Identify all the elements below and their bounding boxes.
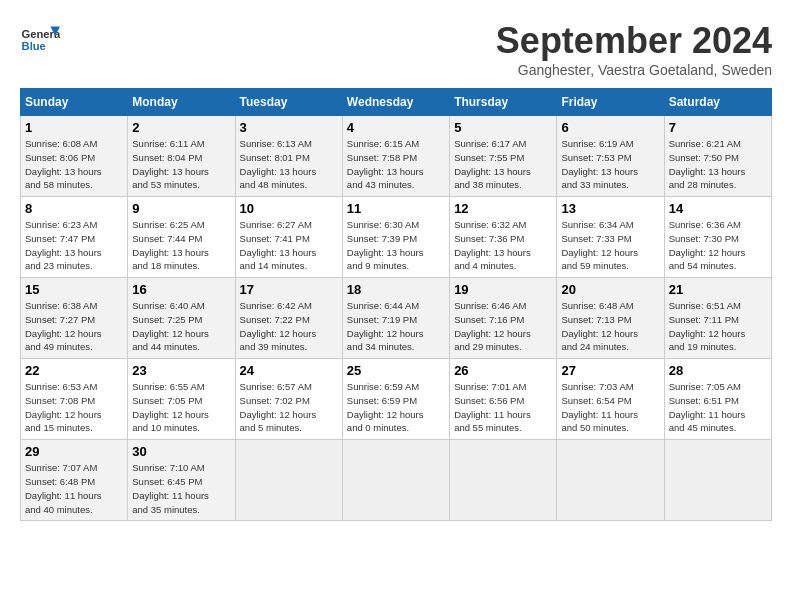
calendar-table: SundayMondayTuesdayWednesdayThursdayFrid… [20,88,772,521]
day-info: Sunrise: 6:42 AMSunset: 7:22 PMDaylight:… [240,299,338,354]
day-info: Sunrise: 6:48 AMSunset: 7:13 PMDaylight:… [561,299,659,354]
weekday-header-saturday: Saturday [664,89,771,116]
calendar-cell: 2Sunrise: 6:11 AMSunset: 8:04 PMDaylight… [128,116,235,197]
day-number: 24 [240,363,338,378]
header: General Blue September 2024 Ganghester, … [20,20,772,78]
day-info: Sunrise: 6:44 AMSunset: 7:19 PMDaylight:… [347,299,445,354]
day-number: 29 [25,444,123,459]
day-number: 23 [132,363,230,378]
weekday-header-friday: Friday [557,89,664,116]
calendar-cell: 15Sunrise: 6:38 AMSunset: 7:27 PMDayligh… [21,278,128,359]
calendar-cell: 27Sunrise: 7:03 AMSunset: 6:54 PMDayligh… [557,359,664,440]
calendar-cell: 22Sunrise: 6:53 AMSunset: 7:08 PMDayligh… [21,359,128,440]
day-number: 28 [669,363,767,378]
logo-icon: General Blue [20,20,60,60]
day-number: 10 [240,201,338,216]
calendar-cell [557,440,664,521]
calendar-subtitle: Ganghester, Vaestra Goetaland, Sweden [496,62,772,78]
day-number: 7 [669,120,767,135]
calendar-title: September 2024 [496,20,772,62]
calendar-week-5: 29Sunrise: 7:07 AMSunset: 6:48 PMDayligh… [21,440,772,521]
calendar-cell [342,440,449,521]
day-info: Sunrise: 6:51 AMSunset: 7:11 PMDaylight:… [669,299,767,354]
svg-text:Blue: Blue [22,40,46,52]
day-number: 27 [561,363,659,378]
calendar-cell: 13Sunrise: 6:34 AMSunset: 7:33 PMDayligh… [557,197,664,278]
day-info: Sunrise: 6:27 AMSunset: 7:41 PMDaylight:… [240,218,338,273]
day-number: 13 [561,201,659,216]
calendar-cell: 10Sunrise: 6:27 AMSunset: 7:41 PMDayligh… [235,197,342,278]
day-info: Sunrise: 7:07 AMSunset: 6:48 PMDaylight:… [25,461,123,516]
calendar-cell: 5Sunrise: 6:17 AMSunset: 7:55 PMDaylight… [450,116,557,197]
day-number: 17 [240,282,338,297]
day-info: Sunrise: 6:46 AMSunset: 7:16 PMDaylight:… [454,299,552,354]
calendar-cell: 16Sunrise: 6:40 AMSunset: 7:25 PMDayligh… [128,278,235,359]
calendar-cell: 30Sunrise: 7:10 AMSunset: 6:45 PMDayligh… [128,440,235,521]
day-info: Sunrise: 6:40 AMSunset: 7:25 PMDaylight:… [132,299,230,354]
day-info: Sunrise: 6:11 AMSunset: 8:04 PMDaylight:… [132,137,230,192]
day-info: Sunrise: 7:10 AMSunset: 6:45 PMDaylight:… [132,461,230,516]
calendar-cell: 4Sunrise: 6:15 AMSunset: 7:58 PMDaylight… [342,116,449,197]
day-number: 1 [25,120,123,135]
day-info: Sunrise: 7:03 AMSunset: 6:54 PMDaylight:… [561,380,659,435]
day-info: Sunrise: 6:23 AMSunset: 7:47 PMDaylight:… [25,218,123,273]
calendar-cell: 19Sunrise: 6:46 AMSunset: 7:16 PMDayligh… [450,278,557,359]
calendar-cell: 7Sunrise: 6:21 AMSunset: 7:50 PMDaylight… [664,116,771,197]
day-number: 18 [347,282,445,297]
calendar-cell [235,440,342,521]
day-info: Sunrise: 6:55 AMSunset: 7:05 PMDaylight:… [132,380,230,435]
weekday-header-monday: Monday [128,89,235,116]
day-info: Sunrise: 7:01 AMSunset: 6:56 PMDaylight:… [454,380,552,435]
day-info: Sunrise: 6:32 AMSunset: 7:36 PMDaylight:… [454,218,552,273]
day-number: 25 [347,363,445,378]
calendar-week-1: 1Sunrise: 6:08 AMSunset: 8:06 PMDaylight… [21,116,772,197]
day-number: 9 [132,201,230,216]
day-info: Sunrise: 6:57 AMSunset: 7:02 PMDaylight:… [240,380,338,435]
day-number: 6 [561,120,659,135]
calendar-cell [664,440,771,521]
calendar-cell: 28Sunrise: 7:05 AMSunset: 6:51 PMDayligh… [664,359,771,440]
day-number: 19 [454,282,552,297]
calendar-cell: 1Sunrise: 6:08 AMSunset: 8:06 PMDaylight… [21,116,128,197]
day-number: 8 [25,201,123,216]
day-number: 3 [240,120,338,135]
day-number: 22 [25,363,123,378]
day-info: Sunrise: 6:17 AMSunset: 7:55 PMDaylight:… [454,137,552,192]
calendar-week-4: 22Sunrise: 6:53 AMSunset: 7:08 PMDayligh… [21,359,772,440]
day-number: 4 [347,120,445,135]
day-number: 26 [454,363,552,378]
day-number: 15 [25,282,123,297]
title-block: September 2024 Ganghester, Vaestra Goeta… [496,20,772,78]
calendar-cell: 20Sunrise: 6:48 AMSunset: 7:13 PMDayligh… [557,278,664,359]
weekday-header-thursday: Thursday [450,89,557,116]
calendar-cell: 21Sunrise: 6:51 AMSunset: 7:11 PMDayligh… [664,278,771,359]
weekday-header-wednesday: Wednesday [342,89,449,116]
day-number: 21 [669,282,767,297]
calendar-cell: 25Sunrise: 6:59 AMSunset: 6:59 PMDayligh… [342,359,449,440]
calendar-cell: 17Sunrise: 6:42 AMSunset: 7:22 PMDayligh… [235,278,342,359]
weekday-header-sunday: Sunday [21,89,128,116]
day-info: Sunrise: 6:08 AMSunset: 8:06 PMDaylight:… [25,137,123,192]
day-number: 14 [669,201,767,216]
calendar-cell: 23Sunrise: 6:55 AMSunset: 7:05 PMDayligh… [128,359,235,440]
day-info: Sunrise: 6:21 AMSunset: 7:50 PMDaylight:… [669,137,767,192]
day-number: 16 [132,282,230,297]
day-number: 5 [454,120,552,135]
calendar-cell [450,440,557,521]
calendar-week-2: 8Sunrise: 6:23 AMSunset: 7:47 PMDaylight… [21,197,772,278]
calendar-cell: 9Sunrise: 6:25 AMSunset: 7:44 PMDaylight… [128,197,235,278]
day-info: Sunrise: 6:36 AMSunset: 7:30 PMDaylight:… [669,218,767,273]
day-info: Sunrise: 6:59 AMSunset: 6:59 PMDaylight:… [347,380,445,435]
calendar-cell: 8Sunrise: 6:23 AMSunset: 7:47 PMDaylight… [21,197,128,278]
day-number: 2 [132,120,230,135]
day-info: Sunrise: 6:38 AMSunset: 7:27 PMDaylight:… [25,299,123,354]
day-info: Sunrise: 6:13 AMSunset: 8:01 PMDaylight:… [240,137,338,192]
day-number: 30 [132,444,230,459]
calendar-cell: 14Sunrise: 6:36 AMSunset: 7:30 PMDayligh… [664,197,771,278]
calendar-cell: 26Sunrise: 7:01 AMSunset: 6:56 PMDayligh… [450,359,557,440]
calendar-week-3: 15Sunrise: 6:38 AMSunset: 7:27 PMDayligh… [21,278,772,359]
calendar-cell: 3Sunrise: 6:13 AMSunset: 8:01 PMDaylight… [235,116,342,197]
calendar-cell: 24Sunrise: 6:57 AMSunset: 7:02 PMDayligh… [235,359,342,440]
day-info: Sunrise: 6:30 AMSunset: 7:39 PMDaylight:… [347,218,445,273]
calendar-cell: 12Sunrise: 6:32 AMSunset: 7:36 PMDayligh… [450,197,557,278]
